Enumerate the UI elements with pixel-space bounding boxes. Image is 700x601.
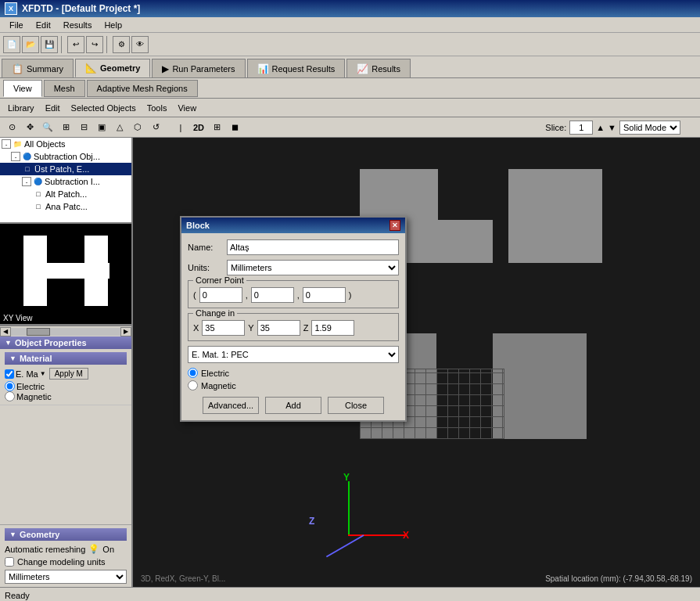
expand-all[interactable]: - bbox=[2, 139, 11, 149]
slice-controls: Slice: ▲ ▼ Solid Mode bbox=[545, 121, 680, 135]
expand-subtraction[interactable]: - bbox=[11, 152, 20, 161]
redo-button[interactable]: ↪ bbox=[86, 36, 103, 53]
scrollbar-h[interactable]: ◀ ▶ bbox=[0, 326, 131, 336]
material-checkbox[interactable] bbox=[5, 369, 14, 379]
menu-edit-2[interactable]: Edit bbox=[41, 102, 65, 114]
thumbnail-label: XY View bbox=[3, 314, 32, 322]
obj-props-title: Object Properties bbox=[15, 338, 87, 347]
subtab-view[interactable]: View bbox=[3, 80, 42, 97]
close-button[interactable]: Close bbox=[328, 397, 384, 414]
ana-patch-icon: □ bbox=[33, 201, 44, 212]
dx-input[interactable] bbox=[202, 320, 245, 336]
apply-material-button[interactable]: Apply M bbox=[49, 368, 88, 380]
electric-radio[interactable] bbox=[5, 381, 15, 391]
menu-view-2[interactable]: View bbox=[173, 102, 201, 114]
thumbnail-area: XY View bbox=[0, 224, 131, 326]
tree-alt-patch[interactable]: □ Alt Patch... bbox=[0, 188, 131, 200]
properties-button[interactable]: ⚙ bbox=[113, 36, 130, 53]
dialog-body: Name: Units: Millimeters Corner Point bbox=[181, 233, 405, 420]
slice-down-btn[interactable]: ▼ bbox=[608, 123, 616, 132]
thumbnail-canvas bbox=[0, 224, 131, 324]
advanced-button[interactable]: Advanced... bbox=[203, 397, 259, 414]
shape-button[interactable]: △ bbox=[111, 119, 128, 136]
dy-input[interactable] bbox=[257, 320, 300, 336]
tab-geometry[interactable]: 📐 Geometry bbox=[75, 59, 150, 77]
grid-button[interactable]: ⊞ bbox=[208, 119, 225, 136]
name-input[interactable] bbox=[227, 239, 399, 255]
menu-results[interactable]: Results bbox=[57, 19, 99, 31]
slice-up-btn[interactable]: ▲ bbox=[596, 123, 605, 132]
ana-patch-label: Ana Patc... bbox=[45, 202, 88, 211]
scroll-right-btn[interactable]: ▶ bbox=[120, 327, 131, 336]
tab-run-parameters[interactable]: ▶ Run Parameters bbox=[152, 59, 245, 77]
units-row: Units: Millimeters bbox=[188, 260, 399, 275]
rotate-button[interactable]: ↺ bbox=[147, 119, 164, 136]
menu-selected-objects[interactable]: Selected Objects bbox=[66, 102, 141, 114]
2d-button[interactable]: 2D bbox=[190, 119, 207, 136]
corner-point-label: Corner Point bbox=[193, 275, 246, 285]
expand-subtraction-i[interactable]: - bbox=[22, 177, 31, 186]
name-label: Name: bbox=[188, 243, 227, 252]
wire-button[interactable]: ⬡ bbox=[129, 119, 146, 136]
scroll-left-btn[interactable]: ◀ bbox=[0, 327, 11, 336]
dialog-magnetic-radio[interactable] bbox=[188, 380, 198, 390]
corner-point-group: Corner Point ( , , ) bbox=[188, 280, 399, 308]
dialog-magnetic-label[interactable]: Magnetic bbox=[188, 380, 399, 390]
pan-button[interactable]: ✥ bbox=[21, 119, 38, 136]
units-label: Units: bbox=[188, 263, 227, 272]
tree-ust-patch[interactable]: □ Üst Patch, E... bbox=[0, 163, 131, 175]
material-select-dialog[interactable]: E. Mat. 1: PEC bbox=[188, 346, 399, 363]
dialog-close-button[interactable]: ✕ bbox=[389, 220, 400, 231]
subtab-adaptive-mesh[interactable]: Adaptive Mesh Regions bbox=[87, 80, 198, 97]
zoom-fit-button[interactable]: ⊟ bbox=[75, 119, 92, 136]
zoom-button[interactable]: 🔍 bbox=[39, 119, 56, 136]
change-units-checkbox[interactable] bbox=[5, 557, 14, 567]
units-select-dialog[interactable]: Millimeters bbox=[227, 260, 399, 275]
undo-button[interactable]: ↩ bbox=[67, 36, 84, 53]
orbit-button[interactable]: ⊙ bbox=[3, 119, 20, 136]
units-select[interactable]: Millimeters bbox=[5, 570, 127, 584]
zoom-box-button[interactable]: ⊞ bbox=[57, 119, 74, 136]
scroll-thumb[interactable] bbox=[27, 328, 50, 336]
subtab-mesh[interactable]: Mesh bbox=[44, 80, 85, 97]
corner-z-input[interactable] bbox=[303, 287, 346, 303]
add-button[interactable]: Add bbox=[265, 397, 321, 414]
tab-request-results[interactable]: 📊 Request Results bbox=[247, 59, 346, 77]
xy-button[interactable]: | bbox=[172, 119, 189, 136]
corner-y-input[interactable] bbox=[251, 287, 294, 303]
toolbar-sep-2 bbox=[106, 36, 109, 53]
menu-tools[interactable]: Tools bbox=[142, 102, 172, 114]
corner-x-input[interactable] bbox=[199, 287, 242, 303]
canvas-area[interactable]: Y X Z 3D, RedX, Green-Y, Bl... Spatial l… bbox=[133, 138, 700, 587]
dz-input[interactable] bbox=[311, 320, 354, 336]
tree-ana-patch[interactable]: □ Ana Patc... bbox=[0, 200, 131, 213]
change-in-label: Change in bbox=[193, 308, 237, 318]
menu-library[interactable]: Library bbox=[3, 102, 39, 114]
summary-icon: 📋 bbox=[12, 63, 23, 74]
save-button[interactable]: 💾 bbox=[41, 36, 58, 53]
dialog-electric-label[interactable]: Electric bbox=[188, 368, 399, 378]
menu-help[interactable]: Help bbox=[98, 19, 128, 31]
tab-results[interactable]: 📈 Results bbox=[346, 59, 411, 77]
open-button[interactable]: 📂 bbox=[22, 36, 39, 53]
left-panel: - 📁 All Objects - 🔵 Subtraction Obj... □… bbox=[0, 138, 133, 587]
material-title: Material bbox=[20, 354, 52, 363]
dialog-electric-radio[interactable] bbox=[188, 368, 198, 378]
solid-mode-select[interactable]: Solid Mode bbox=[619, 121, 680, 135]
tree-subtraction-i[interactable]: - 🔵 Subtraction I... bbox=[0, 175, 131, 188]
auto-remesh-label: Automatic remeshing bbox=[5, 545, 85, 554]
tree-all-objects[interactable]: - 📁 All Objects bbox=[0, 138, 131, 150]
scroll-track[interactable] bbox=[11, 328, 120, 336]
view-button[interactable]: 👁 bbox=[131, 36, 149, 53]
view-subtabs: View Mesh Adaptive Mesh Regions bbox=[0, 78, 700, 99]
slice-input[interactable] bbox=[569, 121, 593, 135]
select-button[interactable]: ▣ bbox=[93, 119, 110, 136]
tree-subtraction-obj[interactable]: - 🔵 Subtraction Obj... bbox=[0, 150, 131, 163]
tab-summary[interactable]: 📋 Summary bbox=[2, 59, 74, 77]
change-units-row: Change modeling units bbox=[5, 557, 127, 567]
menu-edit[interactable]: Edit bbox=[30, 19, 57, 31]
magnetic-radio[interactable] bbox=[5, 391, 15, 401]
new-button[interactable]: 📄 bbox=[3, 36, 20, 53]
menu-file[interactable]: File bbox=[3, 19, 30, 31]
snap-button[interactable]: ◼ bbox=[226, 119, 243, 136]
